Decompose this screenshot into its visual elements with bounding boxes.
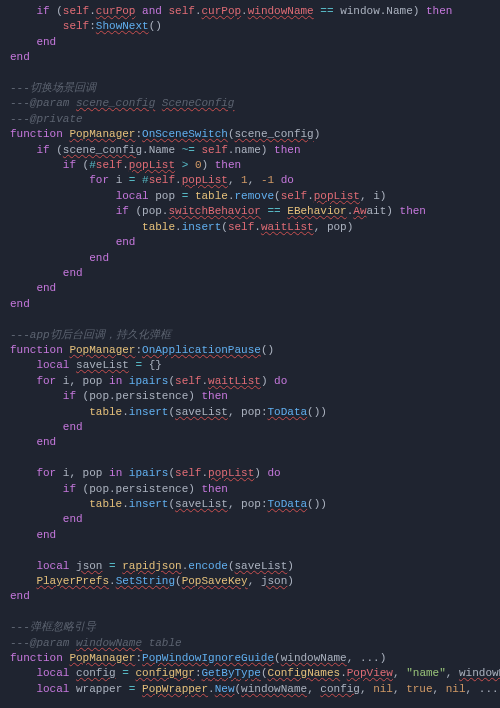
code-line: for i, pop in ipairs(self.waitList) do	[10, 375, 287, 387]
code-line: local wrapper = PopWrapper.New(windowNam…	[10, 683, 500, 695]
code-line: if (scene_config.Name ~= self.name) then	[10, 144, 300, 156]
code-line: self:ShowNext()	[10, 20, 162, 32]
comment-line: ---@param windowName table	[10, 637, 182, 649]
code-line: if (pop.switchBehavior == EBehavior.Awai…	[10, 205, 426, 217]
comment-line: ---弹框忽略引导	[10, 621, 96, 633]
code-line: end	[10, 436, 56, 448]
code-line: local pop = table.remove(self.popList, i…	[10, 190, 386, 202]
code-line: end	[10, 590, 30, 602]
code-line: for i = #self.popList, 1, -1 do	[10, 174, 294, 186]
code-line: local saveList = {}	[10, 359, 162, 371]
code-line: function PopManager:OnSceneSwitch(scene_…	[10, 128, 320, 140]
comment-line: ---app切后台回调，持久化弹框	[10, 329, 171, 341]
code-block: if (self.curPop and self.curPop.windowNa…	[0, 0, 500, 708]
code-line: local config = configMgr:GetByType(Confi…	[10, 667, 500, 679]
code-line: for i, pop in ipairs(self.popList) do	[10, 467, 281, 479]
code-line: table.insert(saveList, pop:ToData())	[10, 406, 327, 418]
code-line: if (self.curPop and self.curPop.windowNa…	[10, 5, 452, 17]
code-line: local json = rapidjson.encode(saveList)	[10, 560, 294, 572]
code-line: function PopManager:PopWindowIgnoreGuide…	[10, 652, 386, 664]
code-line: end	[10, 252, 109, 264]
code-line: end	[10, 513, 83, 525]
blank-line	[10, 544, 17, 556]
blank-line	[10, 606, 17, 618]
code-line: table.insert(self.waitList, pop)	[10, 221, 353, 233]
blank-line	[10, 67, 17, 79]
code-line: table.insert(saveList, pop:ToData())	[10, 498, 327, 510]
code-line: end	[10, 421, 83, 433]
code-line: function PopManager:OnApplicationPause()	[10, 344, 274, 356]
blank-line	[10, 698, 17, 708]
code-line: if (pop.persistence) then	[10, 483, 228, 495]
code-line: end	[10, 529, 56, 541]
code-line: end	[10, 282, 56, 294]
blank-line	[10, 452, 17, 464]
comment-line: ---@param scene_config SceneConfig	[10, 97, 234, 109]
code-line: if (pop.persistence) then	[10, 390, 228, 402]
code-line: end	[10, 267, 83, 279]
code-line: end	[10, 298, 30, 310]
code-line: end	[10, 51, 30, 63]
comment-line: ---切换场景回调	[10, 82, 96, 94]
code-line: PlayerPrefs.SetString(PopSaveKey, json)	[10, 575, 294, 587]
comment-line: ---@private	[10, 113, 83, 125]
code-line: end	[10, 36, 56, 48]
blank-line	[10, 313, 17, 325]
code-line: end	[10, 236, 135, 248]
code-line: if (#self.popList > 0) then	[10, 159, 241, 171]
